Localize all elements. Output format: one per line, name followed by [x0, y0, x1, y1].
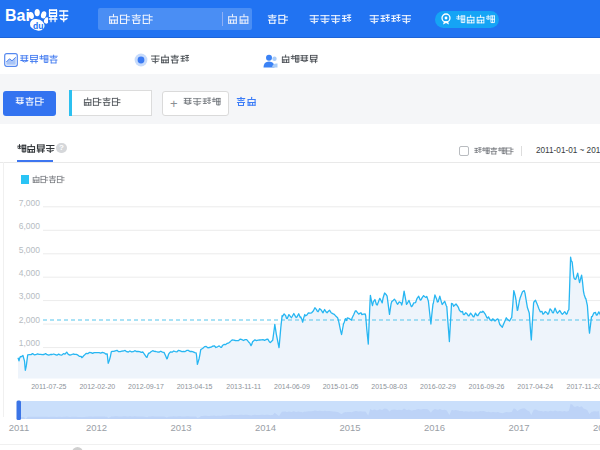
svg-text:2016-09-26: 2016-09-26: [469, 383, 505, 390]
svg-text:4,000: 4,000: [19, 268, 41, 278]
svg-text:3,000: 3,000: [19, 291, 41, 301]
svg-text:2017-04-24: 2017-04-24: [517, 383, 553, 390]
svg-text:2014-06-09: 2014-06-09: [274, 383, 310, 390]
svg-text:7,000: 7,000: [19, 198, 41, 208]
svg-text:2015-08-03: 2015-08-03: [371, 383, 407, 390]
svg-text:2017-11-20: 2017-11-20: [567, 383, 600, 390]
svg-text:2016: 2016: [424, 422, 445, 433]
svg-text:2016-02-29: 2016-02-29: [420, 383, 456, 390]
svg-text:2015: 2015: [339, 422, 360, 433]
svg-text:2012-09-17: 2012-09-17: [128, 383, 164, 390]
svg-text:6,000: 6,000: [19, 221, 41, 231]
svg-text:2013-04-15: 2013-04-15: [177, 383, 213, 390]
svg-text:2018: 2018: [593, 422, 600, 433]
svg-text:1,000: 1,000: [19, 338, 41, 348]
svg-text:5,000: 5,000: [19, 245, 41, 255]
svg-text:2013: 2013: [170, 422, 191, 433]
svg-text:2011: 2011: [9, 422, 29, 433]
svg-text:2014: 2014: [255, 422, 276, 433]
svg-text:du: du: [33, 21, 43, 31]
svg-text:2017: 2017: [508, 422, 529, 433]
svg-text:2012: 2012: [86, 422, 107, 433]
svg-text:2011-07-25: 2011-07-25: [31, 383, 66, 390]
svg-text:2013-11-11: 2013-11-11: [226, 383, 261, 390]
svg-text:2015-01-05: 2015-01-05: [323, 383, 359, 390]
svg-text:2012-02-20: 2012-02-20: [79, 383, 115, 390]
svg-text:2,000: 2,000: [19, 315, 41, 325]
